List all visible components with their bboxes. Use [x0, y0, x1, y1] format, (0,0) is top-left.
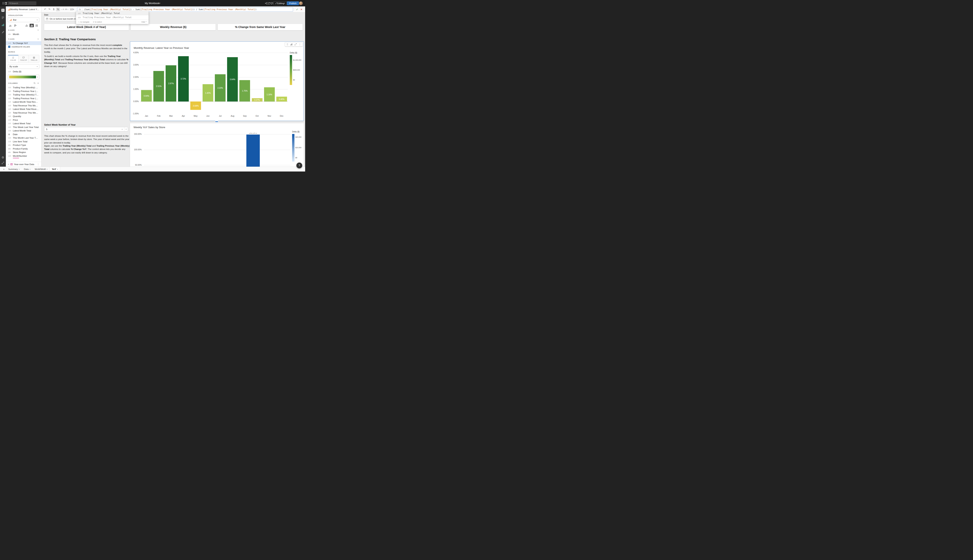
lineage-icon[interactable] [2, 162, 4, 164]
column-item[interactable]: abc Product Type [6, 143, 41, 147]
number-format-select[interactable]: 123 ▾ [69, 8, 75, 10]
chart-weekly-yoy-by-store[interactable]: Weekly YoY Sales by Store 150.00%100.00%… [130, 123, 304, 167]
chart-type-select[interactable]: Bar ▾ [8, 18, 39, 22]
subtype-bar-selected-icon[interactable] [30, 24, 34, 27]
column-item[interactable]: 123 This Month Last Year Total [6, 136, 41, 140]
element-resize-handle[interactable] [215, 121, 218, 122]
hide-autocomplete-button[interactable]: Hide ^ [141, 21, 147, 23]
add-y-axis-column-button[interactable]: + [37, 38, 39, 40]
global-search[interactable] [8, 2, 37, 5]
drag-handle-icon[interactable] [287, 43, 288, 45]
outline-panel-icon[interactable] [2, 17, 4, 19]
formula-input[interactable]: fx (Sum([Trailing Year (Monthly) Total])… [77, 7, 293, 12]
y-axis-field-selected[interactable]: 123 % Change YoY [6, 41, 41, 45]
comments-icon[interactable] [271, 2, 273, 5]
help-button[interactable]: ? [296, 163, 302, 168]
bar-jul[interactable]: 2.23% [215, 74, 226, 102]
bar-feb[interactable]: 2.51% [153, 71, 164, 102]
editing-mode-button[interactable]: Editing ▾ [273, 2, 287, 5]
undo-button[interactable]: ↶ [43, 7, 47, 11]
column-item[interactable]: 123 Latest Month Total Revenue [6, 100, 41, 104]
column-item[interactable]: 123 Trailing Year (Weekly) Total [6, 93, 41, 97]
decimal-decrease-button[interactable]: ←.0 [60, 7, 64, 11]
publish-button[interactable]: Publish [287, 2, 299, 5]
bar-jan[interactable]: 0.94% [141, 90, 152, 102]
subtype-grouped-bar-icon[interactable] [8, 24, 12, 27]
bar-oct[interactable]: 0.27% [252, 98, 262, 102]
tab-color[interactable]: COLOR [8, 55, 18, 62]
bar-may[interactable]: -0.68% [190, 102, 201, 110]
column-item[interactable]: 123 Trailing Previous Year (Weekly) Tota… [6, 97, 41, 100]
page-tab[interactable]: Summary ▾ [6, 167, 22, 172]
version-history-icon[interactable] [267, 2, 271, 5]
x-axis-field[interactable]: abc Month [6, 32, 41, 36]
column-item[interactable]: 123 Latest Month Total [6, 129, 41, 133]
column-item[interactable]: 123 Latest Week Total [6, 122, 41, 125]
source-menu-icon[interactable]: ⋮ [37, 163, 40, 166]
chevron-down-icon[interactable]: ▾ [124, 128, 128, 130]
autocomplete-item[interactable]: 123 Trailing Year (Monthly) Total [76, 11, 149, 15]
add-x-axis-column-button[interactable]: + [37, 29, 39, 31]
accept-formula-button[interactable]: ✓ [295, 7, 299, 11]
column-search-icon[interactable] [33, 82, 36, 84]
bar-apr[interactable]: 3.72% [178, 56, 189, 102]
page-tab[interactable]: WoW/MoM ▾ [32, 167, 50, 172]
data-source-row[interactable]: ∧ Year-over-Year Data ⋮ [6, 162, 41, 167]
maximize-icon[interactable] [294, 43, 297, 45]
bar-nov[interactable]: 1.16% [264, 87, 275, 102]
bar-mar[interactable]: 2.97% [166, 65, 176, 102]
column-item[interactable]: 123 Latest Week Total Revenue [6, 107, 41, 111]
tab-tooltip[interactable]: TOOLTIP [18, 55, 29, 62]
column-item[interactable]: 123 Price [6, 118, 41, 122]
cancel-formula-button[interactable]: ✕ [299, 7, 303, 11]
column-item[interactable]: ▦ Date [6, 133, 41, 136]
bar-dec[interactable]: 0.40% [276, 97, 287, 102]
chart-monthly-revenue-yoy[interactable]: ⋮ Monthly Revenue: Latest Year vs Previo… [130, 42, 304, 121]
subtype-horizontal-bar-icon[interactable] [13, 24, 18, 27]
percent-format-button[interactable]: % [56, 7, 60, 11]
collapse-chevron-icon[interactable]: ∧ [8, 163, 9, 165]
format-brush-icon[interactable] [2, 31, 4, 33]
element-panel-icon[interactable] [2, 23, 4, 26]
bar-0[interactable] [246, 135, 260, 167]
kpi-card-weekly-revenue[interactable]: Weekly Revenue ($) [131, 24, 216, 30]
column-item[interactable]: abc Product Family [6, 147, 41, 151]
tab-trellis[interactable]: TRELLIS [29, 55, 39, 62]
apps-grid-icon[interactable] [2, 2, 5, 5]
bar-jun[interactable]: 1.42% [202, 84, 213, 102]
column-item[interactable]: 123 Trailing Year (Monthly) Total [6, 86, 41, 90]
column-item[interactable]: abc Store Region [6, 150, 41, 154]
bar-aug[interactable]: 3.64% [227, 57, 238, 102]
decimal-increase-button[interactable]: .00→ [65, 7, 69, 11]
workbook-title-menu[interactable]: My Workbook ▾ [145, 2, 160, 5]
user-avatar[interactable] [299, 2, 303, 5]
kpi-card-pct-change[interactable]: % Change from Same Week Last Year [218, 24, 303, 30]
redo-button[interactable]: ↷ [47, 7, 51, 11]
subtype-100-stacked-icon[interactable] [35, 24, 39, 27]
column-item[interactable]: 123 MonthNumber [6, 154, 41, 158]
sigma-logo[interactable] [5, 2, 8, 5]
search-input[interactable] [11, 2, 33, 5]
add-element-button[interactable]: + [2, 9, 5, 12]
week-number-control[interactable]: 5 × ▾ [44, 127, 128, 132]
column-item[interactable]: 123 This Week Last Year Total [6, 125, 41, 129]
column-item[interactable]: 123 Total Revenue This Week Last Year [6, 111, 41, 115]
column-item[interactable]: 123 Quantity [6, 115, 41, 118]
currency-format-button[interactable]: $ [52, 7, 56, 11]
autocomplete-item[interactable]: 123 Trailing Previous Year (Monthly) Tot… [76, 15, 149, 20]
kebab-menu-icon[interactable]: ⋮ [299, 43, 301, 46]
settings-gear-icon[interactable]: ⚙ [2, 156, 4, 159]
aggregate-values-checkbox[interactable]: ✓ AGGREGATE VALUES [6, 45, 41, 49]
share-icon[interactable] [265, 2, 267, 5]
color-field[interactable]: 123 Delta ($) [6, 70, 41, 73]
add-page-button[interactable]: + [2, 167, 6, 172]
subtype-stacked-bar-icon[interactable] [25, 24, 29, 27]
page-tab[interactable]: YoY ▾ [50, 167, 60, 172]
clear-value-icon[interactable]: × [120, 128, 124, 130]
column-item[interactable]: 123 Total Revenue This Month Last Year [6, 104, 41, 108]
element-panel-header[interactable]: Monthly Revenue: Latest Year vs Previous… [6, 7, 42, 12]
bar-sep[interactable]: 1.75% [239, 80, 250, 102]
chart-config-icon[interactable] [290, 43, 293, 45]
add-column-button[interactable]: + [37, 82, 39, 85]
page-tab[interactable]: Data ▾ [22, 167, 32, 172]
